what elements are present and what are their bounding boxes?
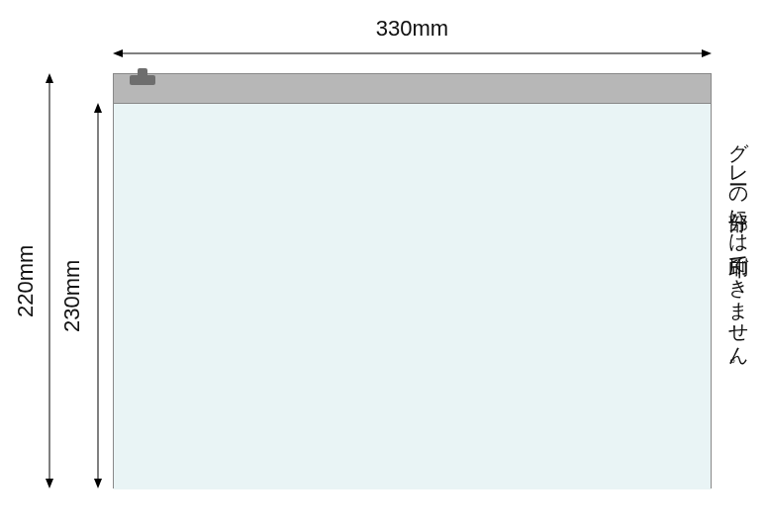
pouch-outline [113, 73, 712, 488]
zipper-track [114, 74, 711, 104]
inner-height-dimension-line [92, 103, 104, 488]
zipper-slider [130, 75, 155, 85]
width-dimension-label: 330mm [113, 16, 712, 42]
inner-height-dimension-label: 230mm [59, 103, 85, 488]
width-dimension-line [113, 47, 712, 59]
svg-marker-8 [46, 479, 53, 488]
outer-height-dimension-label: 220mm [13, 73, 39, 488]
svg-marker-7 [46, 73, 53, 83]
svg-marker-5 [94, 479, 102, 488]
gray-area-note: グレーの部分には印刷できません。 [724, 129, 750, 376]
outer-height-dimension-line [44, 73, 55, 488]
svg-marker-1 [113, 49, 123, 57]
pouch-body [114, 104, 711, 489]
svg-marker-4 [94, 103, 102, 113]
svg-marker-2 [702, 49, 712, 57]
diagram-container: 330mm 230mm 220mm グレーの部分には印刷できません。 [0, 0, 766, 532]
